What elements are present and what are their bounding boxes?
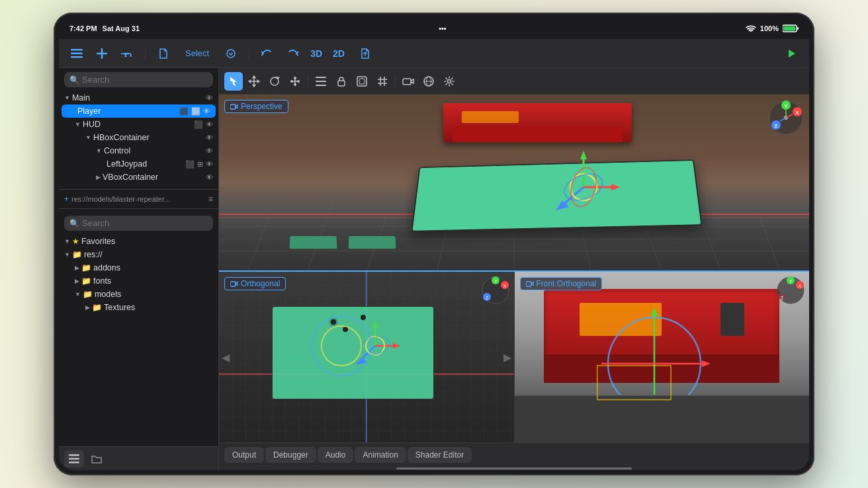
camera-icon-ortho [230, 280, 238, 287]
globe-tool-btn[interactable] [419, 72, 438, 91]
svg-text:Y: Y [784, 103, 788, 109]
status-time: 7:42 PM [69, 24, 97, 32]
tree-item-fonts[interactable]: ▶ 📁 fonts [59, 274, 218, 288]
tree-item-favorites[interactable]: ▼ ★ Favorites [59, 235, 218, 248]
svg-text:Y: Y [494, 279, 497, 284]
list-tool-btn[interactable] [312, 72, 330, 91]
scene-search-input[interactable] [82, 75, 208, 85]
scale-tool-btn[interactable] [286, 72, 304, 91]
grid-icon-leftjoypad: ⊞ [197, 160, 203, 169]
svg-rect-21 [357, 77, 367, 86]
document-btn[interactable] [153, 44, 173, 63]
viewport-perspective[interactable]: Y Z X [219, 95, 809, 270]
svg-rect-18 [316, 81, 326, 82]
perspective-label[interactable]: Perspective [224, 100, 288, 113]
scene-icon-leftjoypad: ⬛ [185, 160, 195, 169]
tree-item-control-label: Control [104, 146, 206, 155]
export-btn[interactable] [355, 44, 375, 63]
leftjoypad-icons: ⬛ ⊞ 👁 [185, 160, 213, 169]
redo-btn[interactable] [282, 44, 302, 63]
view-3d-btn[interactable]: 3D [310, 48, 322, 59]
link-btn[interactable] [117, 44, 137, 63]
svg-point-14 [297, 80, 300, 83]
file-tree-section: ▼ ★ Favorites ▼ 📁 res:// [59, 235, 218, 317]
camera-icon-player: ⬜ [191, 107, 200, 116]
svg-rect-1 [797, 27, 799, 30]
orthogonal-label-text: Orthogonal [241, 279, 280, 288]
eye-icon-hud: 👁 [206, 120, 213, 129]
ortho-scroll-right[interactable]: ▶ [503, 351, 511, 364]
plus-icon-add: + [64, 194, 69, 204]
toolbar-sep-1 [145, 47, 146, 60]
svg-rect-23 [403, 79, 411, 85]
viewport-front-orthogonal[interactable]: Y X Z [515, 272, 810, 442]
tab-shader-editor[interactable]: Shader Editor [408, 447, 472, 463]
tree-item-models[interactable]: ▼ 📁 models [59, 288, 218, 301]
add-resource-line[interactable]: + res://models/blaster-repeater... ≡ [59, 192, 218, 206]
frame-tool-btn[interactable] [353, 72, 371, 91]
tree-item-main[interactable]: ▼ Main 👁 [59, 91, 218, 104]
toolbar-sep-2 [249, 47, 249, 60]
chevron-hbox: ▼ [85, 134, 91, 141]
tab-output[interactable]: Output [224, 447, 264, 463]
tree-item-hbox[interactable]: ▼ HBoxContainer 👁 [59, 131, 218, 144]
front-orthogonal-label[interactable]: Front Orthogonal [520, 277, 603, 290]
persp-axis-nav: Y Z X [768, 100, 804, 136]
front-ground [515, 395, 810, 442]
settings-tool-btn[interactable] [440, 72, 458, 91]
ortho-axis-nav: Y Z X [481, 276, 510, 305]
tree-item-res[interactable]: ▼ 📁 res:// [59, 248, 218, 261]
list-icon-add: ≡ [208, 194, 213, 204]
svg-rect-98 [526, 282, 531, 286]
tab-audio[interactable]: Audio [318, 447, 354, 463]
ortho-scroll-left[interactable]: ◀ [222, 351, 230, 364]
folder-icon-models: 📁 [83, 290, 93, 299]
grid-tool-btn[interactable] [373, 72, 392, 91]
file-search-box[interactable]: 🔍 [64, 216, 213, 231]
svg-rect-2 [783, 26, 795, 31]
tree-item-addons[interactable]: ▶ 📁 addons [59, 261, 218, 274]
status-right: 100% [746, 24, 799, 32]
add-btn[interactable] [92, 44, 112, 63]
tab-debugger[interactable]: Debugger [265, 447, 316, 463]
svg-rect-3 [71, 49, 83, 51]
tree-item-hud[interactable]: ▼ HUD ⬛ 👁 [59, 118, 218, 131]
tree-item-control[interactable]: ▼ Control 👁 [59, 144, 218, 157]
viewport-orthogonal[interactable]: Y Z X [219, 272, 515, 442]
tree-item-textures[interactable]: ▶ 📁 Textures [59, 301, 218, 314]
dropdown-btn[interactable] [221, 44, 241, 63]
sidebar-toggle-btn[interactable] [67, 44, 87, 63]
lock-tool-btn[interactable] [332, 72, 351, 91]
search-icon-2: 🔍 [69, 219, 79, 228]
chevron-res: ▼ [64, 251, 70, 258]
svg-point-16 [294, 83, 296, 86]
small-platform-2 [349, 236, 396, 249]
move-tool-btn[interactable] [245, 72, 263, 91]
folder-view-btn[interactable] [87, 450, 107, 468]
tree-item-vbox[interactable]: ▶ VBoxContainer 👁 [59, 171, 218, 184]
play-btn[interactable] [781, 44, 801, 63]
svg-point-27 [448, 79, 451, 83]
file-search-input[interactable] [82, 218, 208, 228]
undo-btn[interactable] [257, 44, 277, 63]
front-train [544, 289, 779, 383]
tab-animation[interactable]: Animation [355, 447, 406, 463]
tree-item-player[interactable]: Player ⬛ ⬜ 👁 [62, 104, 216, 118]
scene-search-box[interactable]: 🔍 [64, 72, 213, 87]
scroll-thumb [396, 468, 632, 469]
rotate-tool-btn[interactable] [265, 72, 284, 91]
orthogonal-label[interactable]: Orthogonal [224, 277, 286, 290]
select-button[interactable]: Select [179, 46, 216, 61]
camera-tool-btn[interactable] [399, 72, 417, 91]
tree-item-leftjoypad[interactable]: LeftJoypad ⬛ ⊞ 👁 [59, 157, 218, 171]
tree-item-hud-label: HUD [83, 120, 194, 129]
chevron-vbox: ▶ [96, 174, 101, 181]
eye-icon-leftjoypad: 👁 [206, 160, 213, 169]
tree-item-textures-label: Textures [104, 303, 213, 312]
cursor-tool-btn[interactable] [224, 72, 243, 91]
status-left: 7:42 PM Sat Aug 31 [69, 24, 140, 32]
list-view-btn[interactable] [64, 450, 84, 468]
view-2d-btn[interactable]: 2D [333, 48, 345, 59]
bottom-panel: Output Debugger Audio Animation Shader E… [219, 442, 809, 466]
status-center: ••• [439, 24, 447, 32]
